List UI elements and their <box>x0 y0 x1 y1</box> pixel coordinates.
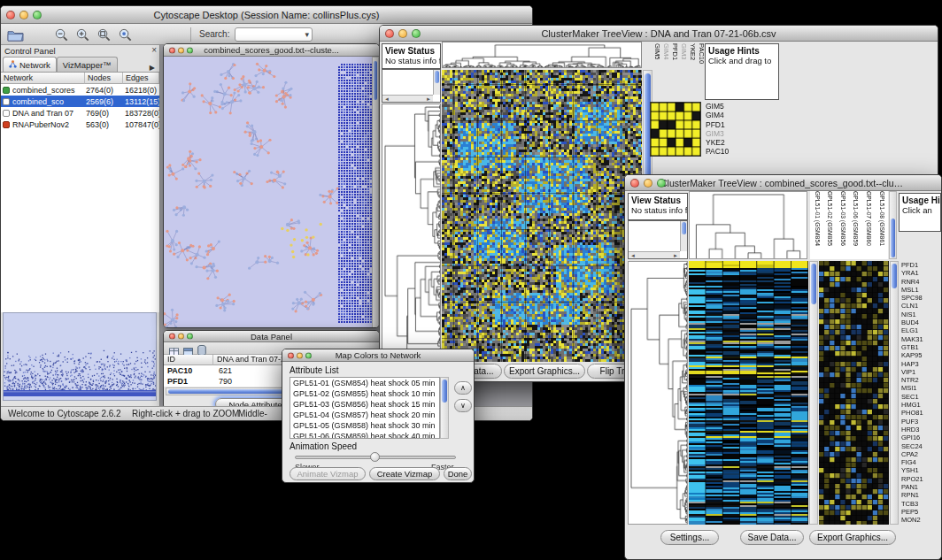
column-label[interactable]: GPL51-01 (GSM854 <box>810 191 823 259</box>
gene-label[interactable]: MAK31 <box>901 335 941 343</box>
birdseye-panel[interactable] <box>3 312 157 401</box>
zoom-icon[interactable] <box>305 352 312 358</box>
column-label[interactable]: GIM5 <box>652 43 661 102</box>
col-network[interactable]: Network <box>1 73 85 84</box>
gene-label[interactable]: CPA2 <box>901 450 941 458</box>
gene-label[interactable]: CLN1 <box>901 302 941 310</box>
gene-label[interactable]: NIS1 <box>901 311 941 318</box>
attribute-list-item[interactable]: GPL51-03 (GSM856) heat shock 15 min <box>290 399 439 410</box>
gene-label[interactable]: MSI1 <box>901 384 941 392</box>
save-data-button[interactable]: Save Data... <box>740 530 804 545</box>
zoom-icon[interactable] <box>412 29 421 38</box>
network-vscrollbar[interactable] <box>372 57 379 328</box>
row-label[interactable]: GIM5 <box>706 102 745 111</box>
gene-label[interactable]: PHO81 <box>901 409 941 417</box>
tab-vizmapper[interactable]: VizMapper™ <box>57 57 118 72</box>
attribute-list-scrollbar[interactable] <box>440 377 449 439</box>
minimize-icon[interactable] <box>398 29 407 38</box>
attribute-list-item[interactable]: GPL51-04 (GSM857) heat shock 20 min <box>290 410 439 420</box>
create-vizmap-button[interactable]: Create Vizmap <box>369 467 440 480</box>
gene-label[interactable]: VIP1 <box>901 368 941 376</box>
gene-label[interactable]: HRD3 <box>901 426 941 433</box>
gene-label[interactable]: HMG1 <box>901 401 941 409</box>
gene-label[interactable]: MON2 <box>901 516 941 524</box>
network-table-row[interactable]: combined_scores 2764(0) 16218(0) <box>1 84 159 96</box>
slider-thumb[interactable] <box>370 452 380 462</box>
gene-label[interactable]: RNR4 <box>901 278 941 286</box>
row-label[interactable]: GIM3 <box>706 129 745 138</box>
minimize-icon[interactable] <box>178 47 184 53</box>
row-label[interactable]: PAC10 <box>706 147 745 156</box>
scroll-thumb[interactable] <box>811 264 816 304</box>
zoom-icon[interactable] <box>187 334 193 340</box>
column-label[interactable]: GIM3 <box>679 43 688 102</box>
gene-label[interactable]: SEC24 <box>901 442 941 450</box>
scroll-thumb[interactable] <box>442 380 447 403</box>
column-label[interactable]: GIM4 <box>661 43 670 102</box>
search-input[interactable]: ▾ <box>235 27 313 42</box>
zoom-selected-icon[interactable] <box>116 27 134 42</box>
gene-label[interactable]: PAN1 <box>901 483 941 491</box>
zoom-fit-icon[interactable] <box>95 27 112 42</box>
gene-label[interactable]: SPC98 <box>901 294 941 302</box>
nav-hscrollbar[interactable]: ◄► <box>382 95 433 102</box>
column-label[interactable]: GPL51-06 (GSM859 <box>849 191 862 259</box>
minimize-icon[interactable] <box>178 334 184 340</box>
gene-label[interactable]: GTB1 <box>901 343 941 351</box>
scroll-right-icon[interactable]: ► <box>673 252 678 258</box>
row-label[interactable]: GIM4 <box>706 111 745 119</box>
scroll-thumb[interactable] <box>435 71 439 83</box>
scroll-left-icon[interactable]: ◄ <box>630 252 636 258</box>
heatmap-vscrollbar[interactable] <box>809 261 818 525</box>
gene-label[interactable]: MSL1 <box>901 286 941 294</box>
gene-label[interactable]: PFD1 <box>901 261 941 269</box>
close-icon[interactable] <box>6 11 15 19</box>
gene-label[interactable]: TCB3 <box>901 500 941 508</box>
network-view-titlebar[interactable]: combined_scores_good.txt--cluste... <box>164 44 379 57</box>
column-label[interactable]: PFD1 <box>670 43 679 102</box>
network-table-row[interactable]: DNA and Tran 07 769(0) 183728(0) <box>1 107 159 119</box>
attribute-list-item[interactable]: GPL51-06 (GSM859) heat shock 40 min <box>290 431 439 439</box>
gene-label[interactable]: GPI16 <box>901 433 941 441</box>
global-nav-box[interactable]: ◄► <box>628 220 688 259</box>
animate-vizmap-button[interactable]: Animate Vizmap <box>290 467 366 480</box>
close-icon[interactable] <box>288 352 294 358</box>
export-graphics-button[interactable]: Export Graphics... <box>809 530 896 545</box>
row-label[interactable]: PFD1 <box>706 120 745 129</box>
dialog-titlebar[interactable]: Map Colors to Network <box>282 349 474 362</box>
open-folder-icon[interactable] <box>6 27 24 42</box>
gene-label[interactable]: BUD4 <box>901 318 941 326</box>
zoom-out-icon[interactable] <box>52 27 70 42</box>
col-edges[interactable]: Edges <box>123 73 159 84</box>
zoom-icon[interactable] <box>657 179 666 188</box>
col-nodes[interactable]: Nodes <box>85 73 123 84</box>
scroll-thumb[interactable] <box>374 61 377 100</box>
column-label[interactable]: GPL51-07 (GSM860 <box>861 191 875 259</box>
dna-row-dendrogram-canvas[interactable] <box>382 104 441 362</box>
global-vscrollbar[interactable] <box>890 261 899 525</box>
attribute-list[interactable]: GPL51-01 (GSM854) heat shock 05 minGPL51… <box>290 377 440 439</box>
minimize-icon[interactable] <box>19 11 28 19</box>
network-table-row[interactable]: RNAPuberNov2 563(0) 107847(0) <box>1 119 159 130</box>
network-table-row[interactable]: combined_sco 2569(6) 13112(15) <box>1 96 159 107</box>
labels-vscrollbar[interactable] <box>889 191 897 259</box>
attribute-list-item[interactable]: GPL51-02 (GSM855) heat shock 10 min <box>290 388 439 399</box>
minimize-icon[interactable] <box>644 179 652 188</box>
close-icon[interactable] <box>169 334 175 340</box>
birdseye-canvas[interactable] <box>4 313 156 400</box>
gene-label[interactable]: PUF3 <box>901 418 941 426</box>
global-nav-box[interactable]: ◄► <box>382 69 441 103</box>
gene-label[interactable]: PEP5 <box>901 508 941 516</box>
data-panel-titlebar[interactable]: Data Panel <box>164 331 379 342</box>
attribute-list-item[interactable]: GPL51-05 (GSM858) heat shock 30 min <box>290 420 439 431</box>
comb-global-canvas[interactable] <box>819 261 889 525</box>
nav-hscrollbar[interactable]: ◄► <box>629 251 680 258</box>
comb-heatmap-canvas[interactable] <box>689 261 808 525</box>
comb-col-dendrogram-canvas[interactable] <box>689 191 807 259</box>
control-panel-close-icon[interactable]: × <box>151 45 157 55</box>
gene-label[interactable]: HAP3 <box>901 360 941 368</box>
attribute-list-item[interactable]: GPL51-01 (GSM854) heat shock 05 min <box>290 378 439 388</box>
gene-label[interactable]: RPN1 <box>901 491 941 499</box>
dna-heatmap-canvas[interactable] <box>442 70 642 362</box>
close-icon[interactable] <box>169 47 175 53</box>
